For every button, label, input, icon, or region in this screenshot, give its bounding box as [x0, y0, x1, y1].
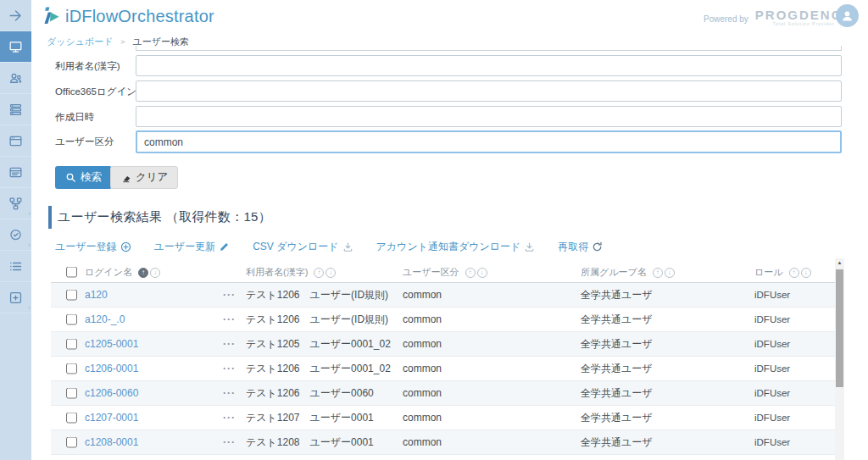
row-checkbox[interactable]: [66, 413, 77, 424]
select-all-checkbox[interactable]: [66, 266, 77, 277]
search-button[interactable]: 検索: [55, 166, 112, 189]
row-checkbox[interactable]: [66, 363, 77, 374]
sort-asc-icon[interactable]: ↑: [465, 268, 476, 278]
table-row: c1206-0060 ··· テスト1206 ユーザー0060 common 全…: [51, 381, 835, 406]
login-link[interactable]: c1209-0001: [85, 455, 138, 460]
column-login[interactable]: ログイン名 ↑↓: [85, 261, 160, 283]
row-more-button[interactable]: ···: [223, 381, 236, 406]
user-name-cell: テスト1207 ユーザー0001: [246, 406, 374, 430]
search-button-label: 検索: [81, 170, 102, 185]
row-checkbox[interactable]: [66, 388, 77, 399]
user-avatar[interactable]: [836, 4, 859, 27]
form-row-kanji-name: 利用者名(漢字): [0, 55, 868, 77]
sort-desc-icon[interactable]: ↓: [326, 268, 336, 278]
role-cell: iDFUser: [754, 430, 790, 455]
list-icon: [8, 258, 24, 274]
csv-download-link[interactable]: CSV ダウンロード: [253, 240, 353, 254]
kanji-name-label: 利用者名(漢字): [55, 60, 120, 73]
download-icon: [524, 241, 535, 252]
row-checkbox[interactable]: [66, 437, 77, 448]
row-more-button[interactable]: ···: [223, 357, 236, 381]
table-row: c1205-0001 ··· テスト1205 ユーザー0001_02 commo…: [51, 332, 835, 357]
row-more-button[interactable]: ···: [223, 406, 236, 430]
user-register-link[interactable]: ユーザー登録: [55, 240, 131, 254]
login-link[interactable]: c1206-0001: [85, 357, 138, 381]
column-role[interactable]: ロール ↑↓: [754, 261, 811, 283]
user-kubun-input[interactable]: [136, 130, 842, 153]
account-notice-download-label: アカウント通知書ダウンロード: [376, 240, 521, 254]
shield-check-icon: [8, 227, 24, 243]
login-link[interactable]: c1208-0001: [85, 430, 138, 455]
sort-desc-icon[interactable]: ↓: [801, 268, 811, 278]
user-name-cell: テスト1206 ユーザー(ID規則): [246, 308, 388, 332]
table-row: a120-_.0 ··· テスト1206 ユーザー(ID規則) common 全…: [51, 308, 835, 332]
idflow-logo-icon: [41, 5, 63, 27]
kubun-cell: common: [403, 283, 442, 308]
user-register-label: ユーザー登録: [55, 240, 117, 254]
powered-by-block: Powered by PROGDENCE Total Solution Prov…: [704, 8, 853, 26]
created-at-input[interactable]: [136, 106, 842, 127]
sort-asc-icon[interactable]: ↑: [789, 268, 799, 278]
app-logo[interactable]: iDFlowOrchestrator: [41, 5, 214, 27]
chevron-right-icon: ›: [28, 210, 31, 218]
sort-desc-icon[interactable]: ↓: [150, 268, 160, 278]
scrollbar-thumb[interactable]: [836, 269, 843, 387]
login-link[interactable]: c1206-0060: [85, 381, 138, 406]
scrollbar-up-arrow-icon[interactable]: ▲: [835, 260, 844, 265]
office365-id-input[interactable]: [136, 80, 842, 102]
table-scrollbar[interactable]: ▲: [835, 258, 844, 460]
refetch-link[interactable]: 再取得: [558, 240, 603, 254]
login-link[interactable]: c1207-0001: [85, 406, 138, 430]
sort-asc-icon[interactable]: ↑: [314, 268, 324, 278]
sort-asc-icon[interactable]: ↑: [653, 268, 663, 278]
login-link[interactable]: c1205-0001: [85, 332, 138, 357]
clipped-input-field[interactable]: [136, 46, 842, 51]
login-link[interactable]: a120-_.0: [85, 308, 125, 332]
sidebar-item-security[interactable]: ›: [0, 219, 31, 251]
column-group[interactable]: 所属グループ名 ↑↓: [581, 261, 675, 283]
row-more-button[interactable]: ···: [223, 283, 236, 308]
kubun-cell: common: [403, 308, 442, 332]
row-more-button[interactable]: ···: [223, 308, 236, 332]
created-at-label: 作成日時: [55, 111, 94, 124]
user-update-link[interactable]: ユーザー更新: [154, 240, 231, 254]
kubun-cell: common: [403, 430, 442, 455]
sidebar-item-collapse[interactable]: [0, 0, 31, 31]
breadcrumb-dashboard-link[interactable]: ダッシュボード: [47, 36, 114, 48]
sort-asc-icon[interactable]: ↑: [138, 268, 148, 278]
kubun-cell: common: [403, 357, 442, 381]
form-row-office365-id: Office365ログインID: [0, 80, 868, 103]
sidebar-item-window-alt[interactable]: [0, 157, 31, 188]
table-row: a120 ··· テスト1206 ユーザー(ID規則) common 全学共通ユ…: [51, 283, 835, 308]
role-cell: iDFUser: [754, 308, 790, 332]
sort-desc-icon[interactable]: ↓: [477, 268, 487, 278]
box-plus-icon: [8, 290, 24, 306]
group-cell: 全学共通ユーザ: [581, 455, 653, 460]
sidebar-item-workflow[interactable]: ›: [0, 188, 31, 219]
download-icon: [342, 241, 353, 252]
person-icon: [840, 8, 854, 23]
app-title: iDFlowOrchestrator: [65, 7, 214, 26]
row-more-button[interactable]: ···: [223, 430, 236, 455]
row-more-button[interactable]: ···: [223, 332, 236, 357]
results-count: （取得件数：15）: [166, 209, 271, 224]
breadcrumb-separator: ＞: [120, 36, 127, 47]
group-cell: 全学共通ユーザ: [581, 406, 653, 430]
column-kubun[interactable]: ユーザー区分 ↑↓: [403, 261, 487, 283]
row-checkbox[interactable]: [66, 314, 77, 325]
sort-desc-icon[interactable]: ↓: [665, 268, 675, 278]
column-name[interactable]: 利用者名(漢字) ↑↓: [246, 261, 336, 283]
topbar: iDFlowOrchestrator Powered by PROGDENCE …: [31, 0, 868, 32]
row-checkbox[interactable]: [66, 290, 77, 301]
sidebar-item-addon[interactable]: ›: [0, 282, 31, 313]
role-cell: iDFUser: [754, 357, 790, 381]
kanji-name-input[interactable]: [136, 55, 842, 76]
clear-button[interactable]: クリア: [110, 166, 178, 189]
pencil-icon: [219, 241, 230, 252]
login-link[interactable]: a120: [85, 283, 108, 308]
sidebar-item-list[interactable]: [0, 251, 31, 282]
row-more-button[interactable]: ···: [223, 455, 236, 460]
section-accent-bar: [48, 206, 52, 229]
row-checkbox[interactable]: [66, 339, 77, 350]
account-notice-download-link[interactable]: アカウント通知書ダウンロード: [376, 240, 536, 254]
